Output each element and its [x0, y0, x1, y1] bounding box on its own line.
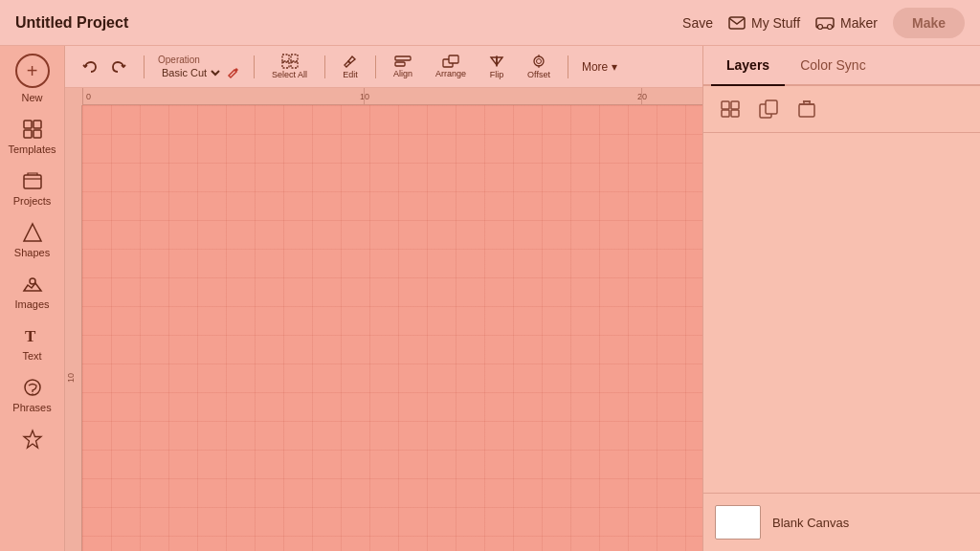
svg-rect-22 [449, 55, 458, 63]
svg-rect-6 [24, 130, 32, 138]
svg-rect-33 [766, 100, 777, 114]
blank-canvas-label: Blank Canvas [772, 516, 849, 530]
svg-point-12 [25, 380, 40, 395]
separator-2 [254, 55, 255, 78]
star-icon [22, 429, 43, 450]
operation-select[interactable]: Basic Cut [158, 66, 223, 79]
svg-point-2 [818, 24, 823, 29]
delete-button[interactable] [791, 94, 822, 124]
svg-rect-17 [282, 62, 289, 68]
flip-label: Flip [490, 70, 504, 79]
sidebar-item-images[interactable]: Images [4, 266, 61, 318]
top-bar: Untitled Project Save My Stuff Maker Mak… [0, 0, 980, 46]
sidebar-item-text[interactable]: T Text [4, 318, 61, 369]
select-all-group: Select All [262, 50, 317, 83]
canvas[interactable] [82, 105, 702, 551]
tab-color-sync[interactable]: Color Sync [785, 46, 880, 84]
top-bar-left: Untitled Project [15, 14, 128, 32]
svg-rect-16 [291, 55, 298, 61]
svg-rect-19 [395, 56, 411, 60]
ruler-line-20 [641, 88, 642, 104]
edit-group: Edit [333, 50, 368, 83]
project-title: Untitled Project [15, 14, 128, 32]
select-all-label: Select All [272, 70, 307, 79]
ruler-mark-20: 20 [637, 92, 647, 101]
separator-1 [144, 55, 145, 78]
offset-label: Offset [527, 70, 550, 79]
make-button[interactable]: Make [893, 8, 965, 38]
main: + New Templates Projects [0, 46, 980, 551]
svg-rect-0 [729, 17, 745, 29]
phrases-icon [22, 377, 43, 398]
ruler-mark-10: 10 [360, 92, 369, 101]
ruler-mark-v-10: 10 [66, 373, 76, 383]
left-sidebar: + New Templates Projects [0, 46, 65, 551]
svg-marker-14 [24, 430, 41, 448]
select-all-icon [281, 54, 299, 69]
layers-footer: Blank Canvas [703, 493, 980, 551]
canvas-with-rulers: 10 [65, 105, 702, 551]
arrange-button[interactable]: Arrange [430, 51, 472, 82]
ruler-left: 10 [65, 105, 82, 551]
ruler-corner [65, 88, 82, 105]
layers-toolbar [703, 86, 980, 133]
undo-button[interactable] [77, 56, 103, 77]
images-icon [22, 274, 43, 295]
edit-label: Edit [343, 70, 358, 79]
text-icon: T [22, 325, 43, 346]
svg-rect-29 [731, 101, 739, 109]
arrange-group: Arrange [426, 51, 476, 82]
separator-3 [324, 55, 325, 78]
svg-rect-20 [395, 62, 405, 66]
new-button[interactable]: + [15, 54, 50, 88]
svg-point-25 [537, 59, 542, 64]
maker-button[interactable]: Maker [815, 15, 878, 31]
align-icon [394, 55, 412, 68]
canvas-inner [82, 105, 702, 551]
canvas-area: 0 10 20 10 [65, 88, 702, 551]
svg-rect-7 [33, 130, 41, 138]
sidebar-item-phrases[interactable]: Phrases [4, 369, 61, 421]
align-button[interactable]: Align [388, 51, 418, 82]
svg-rect-5 [33, 121, 41, 128]
operation-group: Operation Basic Cut [152, 55, 246, 79]
sidebar-item-templates[interactable]: Templates [4, 111, 61, 163]
save-button[interactable]: Save [682, 15, 713, 31]
sidebar-item-projects[interactable]: Projects [4, 163, 61, 214]
svg-rect-4 [24, 121, 32, 128]
ruler-mark-0: 0 [86, 92, 91, 101]
operation-label: Operation [158, 55, 200, 65]
delete-icon [798, 99, 815, 119]
duplicate-button[interactable] [753, 94, 784, 124]
svg-marker-9 [24, 224, 41, 241]
flip-icon [489, 54, 504, 69]
flip-button[interactable]: Flip [483, 50, 510, 83]
separator-4 [375, 55, 376, 78]
svg-point-13 [32, 393, 33, 395]
edit-icon [343, 54, 358, 69]
select-all-button[interactable]: Select All [266, 50, 313, 83]
svg-rect-28 [722, 101, 729, 109]
align-group: Align [384, 51, 422, 82]
group-button[interactable] [715, 94, 746, 124]
redo-button[interactable] [105, 56, 132, 77]
sidebar-item-shapes[interactable]: Shapes [4, 214, 61, 266]
ruler-top-row: 0 10 20 [65, 88, 702, 105]
svg-text:T: T [25, 327, 36, 345]
offset-button[interactable]: Offset [522, 50, 556, 83]
svg-rect-15 [282, 55, 289, 61]
align-label: Align [393, 69, 412, 78]
new-label: New [21, 92, 42, 103]
pencil-icon [227, 66, 240, 79]
edit-button[interactable]: Edit [337, 50, 364, 83]
right-sidebar: Layers Color Sync [702, 46, 980, 551]
more-button[interactable]: More ▾ [576, 56, 623, 77]
top-bar-right: Save My Stuff Maker Make [682, 8, 965, 38]
svg-rect-8 [24, 175, 41, 188]
sidebar-item-more[interactable] [4, 421, 61, 457]
tab-layers[interactable]: Layers [711, 46, 785, 86]
undo-icon [82, 60, 98, 74]
my-stuff-button[interactable]: My Stuff [728, 15, 800, 31]
svg-point-3 [828, 24, 833, 29]
envelope-icon [728, 15, 746, 31]
